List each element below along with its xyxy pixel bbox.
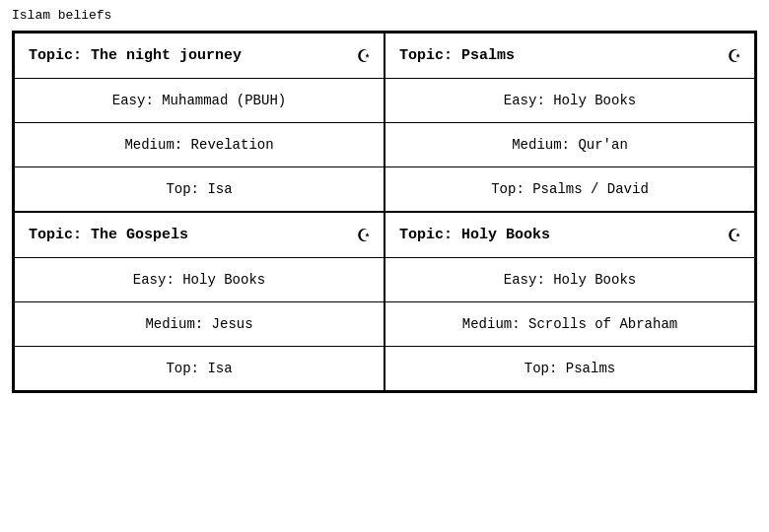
card-header-psalms: Topic: Psalms☪: [385, 33, 754, 79]
card-header-holy-books: Topic: Holy Books☪: [385, 213, 754, 258]
crescent-icon-night-journey: ☪: [358, 43, 370, 68]
card-row-psalms-0: Easy: Holy Books: [385, 79, 754, 123]
page-title: Islam beliefs: [12, 8, 757, 23]
crescent-icon-holy-books: ☪: [729, 223, 740, 247]
card-header-night-journey: Topic: The night journey☪: [15, 33, 384, 79]
crescent-icon-psalms: ☪: [729, 43, 740, 68]
card-gospels: Topic: The Gospels☪Easy: Holy BooksMediu…: [14, 212, 384, 391]
card-psalms: Topic: Psalms☪Easy: Holy BooksMedium: Qu…: [384, 33, 755, 212]
card-row-gospels-1: Medium: Jesus: [15, 302, 384, 347]
card-row-gospels-2: Top: Isa: [15, 347, 384, 390]
card-row-holy-books-1: Medium: Scrolls of Abraham: [385, 302, 754, 347]
grid-container: Topic: The night journey☪Easy: Muhammad …: [12, 31, 757, 393]
card-row-night-journey-0: Easy: Muhammad (PBUH): [15, 79, 384, 123]
card-row-psalms-1: Medium: Qur'an: [385, 123, 754, 167]
card-row-holy-books-0: Easy: Holy Books: [385, 258, 754, 302]
card-row-night-journey-2: Top: Isa: [15, 167, 384, 211]
card-title-gospels: Topic: The Gospels: [29, 227, 188, 243]
card-night-journey: Topic: The night journey☪Easy: Muhammad …: [14, 33, 384, 212]
card-holy-books: Topic: Holy Books☪Easy: Holy BooksMedium…: [384, 212, 755, 391]
card-row-night-journey-1: Medium: Revelation: [15, 123, 384, 167]
crescent-icon-gospels: ☪: [358, 223, 370, 247]
card-row-gospels-0: Easy: Holy Books: [15, 258, 384, 302]
card-title-psalms: Topic: Psalms: [399, 47, 515, 64]
card-row-holy-books-2: Top: Psalms: [385, 347, 754, 390]
card-header-gospels: Topic: The Gospels☪: [15, 213, 384, 258]
page-wrapper: Islam beliefs Topic: The night journey☪E…: [0, 0, 769, 401]
card-title-holy-books: Topic: Holy Books: [399, 227, 550, 243]
card-row-psalms-2: Top: Psalms / David: [385, 167, 754, 211]
card-title-night-journey: Topic: The night journey: [29, 47, 242, 64]
